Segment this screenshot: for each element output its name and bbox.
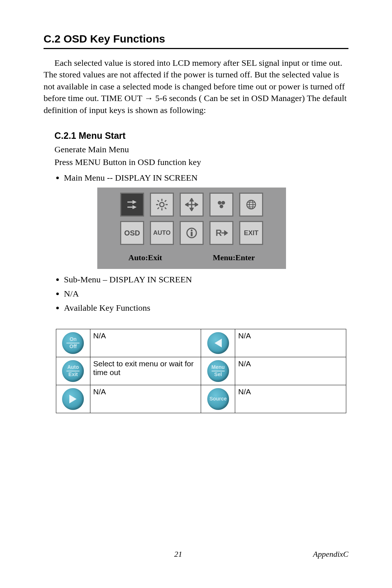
button-label: Auto (66, 365, 79, 370)
svg-marker-28 (225, 231, 227, 235)
position-icon (180, 193, 204, 217)
osd-row-1 (103, 193, 280, 217)
svg-line-8 (158, 208, 159, 209)
svg-marker-13 (185, 203, 188, 206)
svg-point-15 (218, 201, 221, 205)
image-adjust-icon (120, 193, 144, 217)
osd-hint-row: Auto:Exit Menu:Enter (103, 253, 280, 262)
intro-paragraph: Each selected value is stored into LCD m… (44, 57, 348, 116)
button-label: Exit (66, 372, 79, 377)
bullet-available: Available Key Functions (64, 302, 348, 314)
svg-line-7 (165, 200, 166, 202)
svg-line-5 (158, 200, 159, 202)
subsection-line2: Press MENU Button in OSD function key (54, 156, 348, 169)
key-description: N/A (235, 385, 346, 413)
svg-marker-11 (190, 198, 193, 201)
section-divider (44, 48, 348, 49)
section-heading: C.2 OSD Key Functions (44, 33, 348, 45)
brightness-icon (150, 193, 174, 217)
osd-hint-right: Menu:Enter (213, 253, 255, 262)
key-description: N/A (90, 329, 201, 357)
svg-point-24 (191, 230, 193, 231)
bullet-sub-menu: Sub-Menu – DISPLAY IN SCREEN (64, 273, 348, 286)
page-footer: 21 AppendixC (44, 549, 348, 559)
triangle-left-icon (215, 339, 222, 347)
table-row: On Off N/A N/A (56, 329, 346, 357)
bullet-list-2: Sub-Menu – DISPLAY IN SCREEN N/A Availab… (54, 273, 348, 314)
recall-icon: R (209, 221, 233, 245)
key-description: N/A (90, 385, 201, 413)
document-page: C.2 OSD Key Functions Each selected valu… (0, 0, 392, 588)
language-globe-icon (239, 193, 263, 217)
triangle-right-icon (69, 395, 77, 403)
key-description: N/A (235, 357, 346, 385)
table-row: N/A Source N/A (56, 385, 346, 413)
button-label: Source (209, 396, 226, 402)
key-description: N/A (235, 329, 346, 357)
bullet-main-menu: Main Menu -- DISPLAY IN SCREEN (64, 172, 348, 184)
osd-text-icon: OSD (120, 221, 144, 245)
svg-point-17 (220, 205, 223, 208)
color-icon (209, 193, 233, 217)
menu-sel-button: Menu Sel (207, 359, 230, 383)
svg-marker-12 (190, 208, 193, 211)
button-label: Sel (212, 372, 225, 377)
svg-marker-14 (195, 203, 198, 206)
info-icon (180, 221, 204, 245)
svg-rect-25 (191, 232, 193, 236)
svg-point-0 (160, 202, 164, 207)
right-arrow-button (61, 387, 85, 411)
page-number: 21 (44, 549, 313, 559)
svg-point-16 (221, 201, 225, 205)
svg-line-6 (165, 208, 166, 209)
subsection-heading: C.2.1 Menu Start (54, 130, 348, 141)
bullet-na: N/A (64, 287, 348, 300)
on-off-button: On Off (61, 331, 85, 355)
osd-hint-left: Auto:Exit (128, 253, 162, 262)
button-label: Off (66, 344, 79, 349)
exit-text-icon: EXIT (239, 221, 263, 245)
auto-text-icon: AUTO (150, 221, 174, 245)
osd-main-menu-panel: OSD AUTO R EXIT A (97, 188, 286, 269)
subsection-line1: Generate Main Menu (54, 143, 348, 156)
key-description: Select to exit menu or wait for time out (90, 357, 201, 385)
appendix-label: AppendixC (313, 549, 348, 559)
source-button: Source (207, 387, 230, 411)
auto-exit-button: Auto Exit (61, 359, 85, 383)
bullet-list-1: Main Menu -- DISPLAY IN SCREEN (54, 172, 348, 184)
key-function-table: On Off N/A N/A (56, 329, 346, 413)
svg-text:R: R (216, 228, 222, 238)
left-arrow-button (207, 331, 230, 355)
button-label: Menu (212, 365, 225, 370)
osd-row-2: OSD AUTO R EXIT (103, 221, 280, 245)
button-label: On (66, 337, 79, 342)
table-row: Auto Exit Select to exit menu or wait fo… (56, 357, 346, 385)
